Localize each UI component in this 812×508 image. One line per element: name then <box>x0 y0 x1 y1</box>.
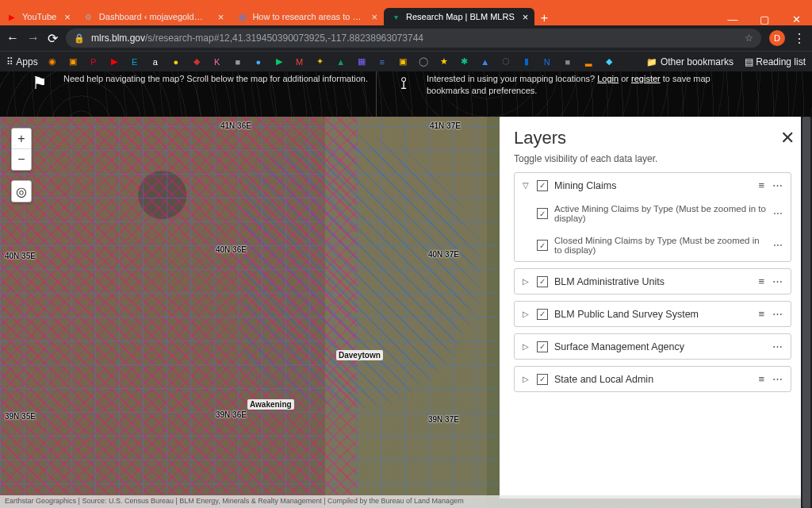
expand-toggle-icon[interactable]: ▷ <box>523 375 530 383</box>
browser-tab[interactable]: ▤How to research areas to find go× <box>230 8 384 25</box>
layer-options-icon[interactable]: ⋯ <box>772 341 783 352</box>
legend-icon[interactable]: ≡ <box>758 308 764 320</box>
zoom-out-button[interactable]: − <box>12 149 31 170</box>
browser-menu-icon[interactable]: ⋮ <box>793 31 806 46</box>
reading-list[interactable]: ▤ Reading list <box>745 56 806 67</box>
bookmark-icon[interactable]: ■ <box>232 56 244 68</box>
maximize-button[interactable]: ▢ <box>749 13 780 25</box>
bookmark-icon[interactable]: ■ <box>561 56 574 68</box>
close-window-button[interactable]: ✕ <box>780 13 812 25</box>
bookmark-icon[interactable]: ● <box>170 56 182 68</box>
sublayer-item: Closed Mining Claims by Type (Must be zo… <box>515 229 791 261</box>
township-label: 39N 35E <box>5 412 36 421</box>
bookmark-icon[interactable]: ▣ <box>67 56 79 68</box>
layer-item: ▽ Mining Claims ≡ ⋯ Active Mining Claims… <box>514 172 791 262</box>
bookmark-icon[interactable]: P <box>87 56 100 68</box>
legend-icon[interactable]: ≡ <box>758 179 764 191</box>
bookmark-icon[interactable]: ★ <box>438 56 450 68</box>
profile-avatar[interactable]: D <box>769 30 785 46</box>
expand-toggle-icon[interactable]: ▽ <box>523 181 530 190</box>
save-research-text: Interested in using your mapping locatio… <box>427 73 721 117</box>
bookmarks-bar: ⠿ Apps ◉▣P▶Ea●◆K■●▶M✦▲▦≡▣◯★✱▲⬡▮N■▂◆ Othe… <box>0 51 812 71</box>
layer-visibility-checkbox[interactable] <box>537 341 548 352</box>
forward-button[interactable]: → <box>27 31 40 45</box>
sublayer-visibility-checkbox[interactable] <box>537 240 548 251</box>
minimize-button[interactable]: — <box>717 13 749 25</box>
close-panel-button[interactable]: ✕ <box>780 128 795 148</box>
expand-toggle-icon[interactable]: ▷ <box>523 310 530 318</box>
bookmark-icon[interactable]: ⬡ <box>500 56 512 68</box>
bookmark-icon[interactable]: ≡ <box>376 56 389 68</box>
legend-icon[interactable]: ≡ <box>758 373 764 385</box>
layer-options-icon[interactable]: ⋯ <box>772 179 783 191</box>
bookmark-icon[interactable]: ◯ <box>417 56 430 68</box>
reload-button[interactable]: ⟳ <box>48 31 58 46</box>
other-bookmarks[interactable]: Other bookmarks <box>646 56 733 67</box>
layer-item: ▷ State and Local Admin ≡ ⋯ <box>514 366 791 392</box>
bookmark-icon[interactable]: ▮ <box>520 56 533 68</box>
bookmark-icon[interactable]: ▲ <box>335 56 347 68</box>
expand-toggle-icon[interactable]: ▷ <box>523 277 530 286</box>
bookmark-icon[interactable]: ▂ <box>582 56 595 68</box>
sublayer-name: Closed Mining Claims by Type (Must be zo… <box>554 236 767 255</box>
locate-button[interactable]: ◎ <box>12 181 31 202</box>
tab-title: YouTube <box>22 12 56 21</box>
layer-visibility-checkbox[interactable] <box>537 374 548 385</box>
bookmark-icon[interactable]: K <box>211 56 224 68</box>
bookmark-icon[interactable]: ◆ <box>603 56 615 68</box>
register-link[interactable]: register <box>631 74 661 83</box>
layer-options-icon[interactable]: ⋯ <box>772 275 783 287</box>
close-tab-icon[interactable]: × <box>64 11 71 23</box>
layer-visibility-checkbox[interactable] <box>537 309 548 320</box>
flag-icon: ⚑ <box>32 73 54 117</box>
sublayer-visibility-checkbox[interactable] <box>537 208 548 219</box>
layer-options-icon[interactable]: ⋯ <box>772 308 783 320</box>
close-tab-icon[interactable]: × <box>371 11 377 23</box>
expand-toggle-icon[interactable]: ▷ <box>523 342 530 351</box>
back-button[interactable]: ← <box>6 31 19 45</box>
new-tab-button[interactable]: + <box>534 11 553 25</box>
sublayer-options-icon[interactable]: ⋯ <box>773 208 783 219</box>
layer-visibility-checkbox[interactable] <box>537 276 548 287</box>
township-label: 39N 36E <box>216 410 247 419</box>
tab-favicon: ⚙ <box>83 11 94 22</box>
tab-favicon: ▤ <box>236 11 247 22</box>
browser-tab[interactable]: ▶YouTube× <box>0 8 77 25</box>
layer-visibility-checkbox[interactable] <box>537 180 548 191</box>
bookmark-star-icon[interactable]: ☆ <box>745 33 753 44</box>
bookmark-icon[interactable]: M <box>293 56 306 68</box>
map-viewport[interactable]: 41N 36E41N 37E40N 35E40N 36E40N 37E39N 3… <box>0 117 812 508</box>
layer-name: Surface Management Agency <box>554 341 766 352</box>
bookmark-icon[interactable]: ✦ <box>314 56 327 68</box>
bookmark-icon[interactable]: ✱ <box>458 56 471 68</box>
bookmark-icon[interactable]: a <box>149 56 162 68</box>
bookmark-icon[interactable]: ● <box>252 56 265 68</box>
bookmark-icon[interactable]: ▶ <box>108 56 121 68</box>
close-tab-icon[interactable]: × <box>218 11 224 23</box>
help-text: Need help navigating the map? Scroll bel… <box>63 73 368 117</box>
legend-icon[interactable]: ≡ <box>758 275 764 287</box>
bookmark-icon[interactable]: N <box>541 56 553 68</box>
bookmark-icon[interactable]: ◉ <box>46 56 59 68</box>
layer-name: BLM Public Land Survey System <box>554 309 752 320</box>
page-scrollbar[interactable] <box>801 117 812 508</box>
app-header: ⚑ Need help navigating the map? Scroll b… <box>0 71 812 117</box>
place-label: Awakening <box>247 399 294 410</box>
address-bar[interactable]: 🔒 mlrs.blm.gov/s/research-map#12,41.3194… <box>66 29 761 48</box>
browser-tab[interactable]: ▾Research Map | BLM MLRS× <box>384 8 534 25</box>
browser-tab[interactable]: ⚙Dashboard ‹ mojavegoldmining× <box>77 8 231 25</box>
bookmark-icon[interactable]: ▦ <box>355 56 368 68</box>
bookmark-icon[interactable]: E <box>128 56 141 68</box>
apps-shortcut[interactable]: ⠿ Apps <box>6 56 38 67</box>
township-label: 41N 36E <box>220 121 251 130</box>
close-tab-icon[interactable]: × <box>523 11 529 23</box>
login-link[interactable]: Login <box>597 74 619 83</box>
zoom-in-button[interactable]: + <box>12 129 31 149</box>
bookmark-icon[interactable]: ▲ <box>479 56 492 68</box>
bookmark-icon[interactable]: ▣ <box>396 56 409 68</box>
bookmark-icon[interactable]: ▶ <box>273 56 285 68</box>
map-attribution: Earthstar Geographics | Source: U.S. Cen… <box>0 495 812 508</box>
bookmark-icon[interactable]: ◆ <box>190 56 203 68</box>
sublayer-options-icon[interactable]: ⋯ <box>773 240 783 251</box>
layer-options-icon[interactable]: ⋯ <box>772 373 783 385</box>
